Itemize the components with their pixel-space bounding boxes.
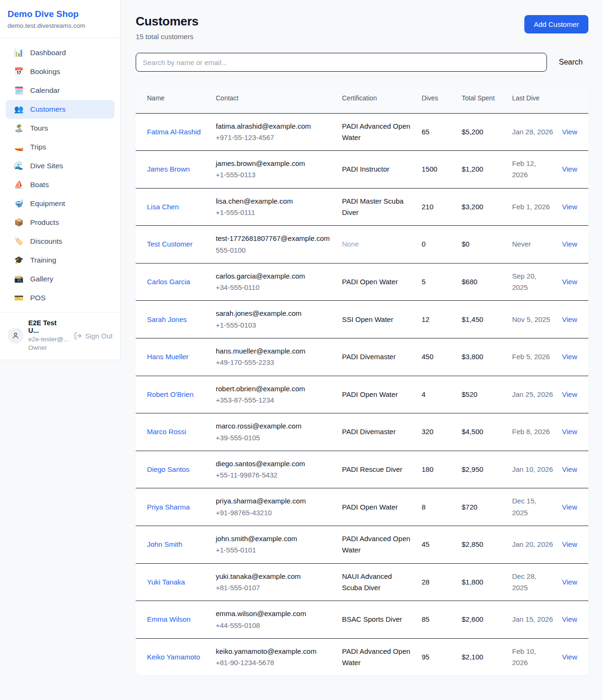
- view-link[interactable]: View: [562, 203, 577, 211]
- view-link[interactable]: View: [562, 465, 577, 473]
- camera-icon: 📸: [14, 275, 24, 283]
- user-name: E2E Test U...: [28, 319, 69, 334]
- table-row: Test Customer test-1772681807767@example…: [136, 226, 588, 264]
- people-icon: 👥: [14, 106, 24, 113]
- add-customer-button[interactable]: Add Customer: [524, 15, 588, 33]
- customer-name-link[interactable]: Hans Mueller: [147, 353, 188, 361]
- customer-certification: PADI Rescue Diver: [342, 451, 422, 488]
- view-link[interactable]: View: [562, 315, 577, 323]
- search-row: Search: [136, 53, 588, 72]
- view-link[interactable]: View: [562, 128, 577, 136]
- sidebar-item-trips[interactable]: 🚤 Trips: [6, 138, 114, 156]
- customer-email: fatima.alrashid@example.com: [216, 121, 334, 132]
- sidebar-item-equipment[interactable]: 🤿 Equipment: [6, 194, 114, 213]
- view-link[interactable]: View: [562, 240, 577, 248]
- customer-email: keiko.yamamoto@example.com: [216, 646, 334, 657]
- credit-card-icon: 💳: [14, 294, 24, 302]
- view-link[interactable]: View: [562, 615, 577, 623]
- table-row: Carlos Garcia carlos.garcia@example.com …: [136, 263, 588, 301]
- sidebar-item-dashboard[interactable]: 📊 Dashboard: [6, 43, 114, 62]
- customer-last-dive: Dec 28, 2025: [512, 563, 562, 601]
- customer-certification: PADI Divemaster: [342, 413, 422, 451]
- view-link[interactable]: View: [562, 390, 577, 398]
- sidebar-item-bookings[interactable]: 📅 Bookings: [6, 62, 114, 81]
- customer-name-link[interactable]: Emma Wilson: [147, 615, 191, 623]
- bar-chart-icon: 📊: [14, 49, 24, 57]
- customer-email: carlos.garcia@example.com: [216, 271, 334, 282]
- sidebar-item-training[interactable]: 🎓 Training: [6, 251, 114, 270]
- shop-domain: demo.test.divestreams.com: [8, 22, 113, 29]
- column-header-dives: Dives: [422, 84, 462, 113]
- customer-name-link[interactable]: Diego Santos: [147, 465, 189, 473]
- customer-last-dive: Jan 25, 2026: [512, 376, 562, 413]
- customer-name-link[interactable]: James Brown: [147, 165, 190, 173]
- customer-name-link[interactable]: Yuki Tanaka: [147, 578, 185, 586]
- customer-phone: +81-90-1234-5678: [216, 657, 334, 668]
- customer-total-spent: $680: [462, 263, 512, 301]
- customer-last-dive: Feb 5, 2026: [512, 338, 562, 376]
- tag-icon: 🏷️: [14, 238, 24, 245]
- customer-name-link[interactable]: Marco Rossi: [147, 428, 186, 436]
- customer-total-spent: $1,450: [462, 301, 512, 338]
- table-row: Fatima Al-Rashid fatima.alrashid@example…: [136, 113, 588, 151]
- customer-last-dive: Feb 10, 2026: [512, 638, 562, 675]
- customer-phone: +81-555-0107: [216, 582, 334, 593]
- customer-name-link[interactable]: Fatima Al-Rashid: [147, 128, 201, 136]
- view-link[interactable]: View: [562, 165, 577, 173]
- customer-email: sarah.jones@example.com: [216, 308, 334, 319]
- customer-name-link[interactable]: John Smith: [147, 540, 182, 548]
- customer-last-dive: Jan 28, 2026: [512, 113, 562, 151]
- customer-last-dive: Feb 1, 2026: [512, 188, 562, 226]
- customer-certification: PADI Open Water: [342, 376, 422, 413]
- sidebar-item-calendar[interactable]: 🗓️ Calendar: [6, 81, 114, 100]
- view-link[interactable]: View: [562, 428, 577, 436]
- sidebar-item-tours[interactable]: 🏝️ Tours: [6, 119, 114, 138]
- view-link[interactable]: View: [562, 278, 577, 286]
- customer-certification: PADI Advanced Open Water: [342, 526, 422, 564]
- customer-name-link[interactable]: Priya Sharma: [147, 503, 190, 511]
- sidebar-item-pos[interactable]: 💳 POS: [6, 288, 114, 307]
- sign-out-button[interactable]: Sign Out: [74, 332, 113, 340]
- customer-email: lisa.chen@example.com: [216, 196, 334, 207]
- customers-table-card: NameContactCertificationDivesTotal Spent…: [136, 84, 588, 675]
- column-header-actions: [562, 84, 588, 113]
- customer-name-link[interactable]: Lisa Chen: [147, 203, 179, 211]
- customer-last-dive: Dec 15, 2025: [512, 488, 562, 526]
- search-button[interactable]: Search: [547, 58, 588, 66]
- table-row: Lisa Chen lisa.chen@example.com +1-555-0…: [136, 188, 588, 226]
- customer-dives: 180: [422, 451, 462, 488]
- view-link[interactable]: View: [562, 503, 577, 511]
- customer-name-link[interactable]: Carlos Garcia: [147, 278, 190, 286]
- sidebar-header: Demo Dive Shop demo.test.divestreams.com: [0, 0, 120, 38]
- customer-name-link[interactable]: Sarah Jones: [147, 315, 187, 323]
- column-header-last-dive: Last Dive: [512, 84, 562, 113]
- customer-name-link[interactable]: Robert O'Brien: [147, 390, 194, 398]
- view-link[interactable]: View: [562, 578, 577, 586]
- sidebar-item-products[interactable]: 📦 Products: [6, 213, 114, 232]
- user-email: e2e-tester@...: [28, 335, 69, 344]
- customer-name-link[interactable]: Test Customer: [147, 240, 193, 248]
- customer-count: 15 total customers: [136, 33, 198, 41]
- customer-phone: +55-11-99876-5432: [216, 469, 334, 481]
- customer-last-dive: Sep 20, 2025: [512, 263, 562, 301]
- customer-certification: PADI Open Water: [342, 488, 422, 526]
- view-link[interactable]: View: [562, 540, 577, 548]
- customer-email: john.smith@example.com: [216, 533, 334, 544]
- table-row: Yuki Tanaka yuki.tanaka@example.com +81-…: [136, 563, 588, 601]
- customer-certification: PADI Advanced Open Water: [342, 638, 422, 675]
- sidebar-item-boats[interactable]: ⛵ Boats: [6, 175, 114, 194]
- customer-name-link[interactable]: Keiko Yamamoto: [147, 653, 200, 661]
- sidebar-item-dive-sites[interactable]: 🌊 Dive Sites: [6, 156, 114, 175]
- sidebar-item-discounts[interactable]: 🏷️ Discounts: [6, 232, 114, 251]
- package-icon: 📦: [14, 219, 24, 226]
- view-link[interactable]: View: [562, 653, 577, 661]
- table-row: Sarah Jones sarah.jones@example.com +1-5…: [136, 301, 588, 338]
- search-input[interactable]: [136, 53, 547, 72]
- sidebar-item-gallery[interactable]: 📸 Gallery: [6, 270, 114, 288]
- user-role: Owner: [28, 344, 69, 352]
- view-link[interactable]: View: [562, 353, 577, 361]
- customer-email: test-1772681807767@example.com: [216, 233, 334, 244]
- sidebar-item-customers[interactable]: 👥 Customers: [6, 100, 114, 119]
- customer-dives: 28: [422, 563, 462, 601]
- customer-email: hans.mueller@example.com: [216, 346, 334, 357]
